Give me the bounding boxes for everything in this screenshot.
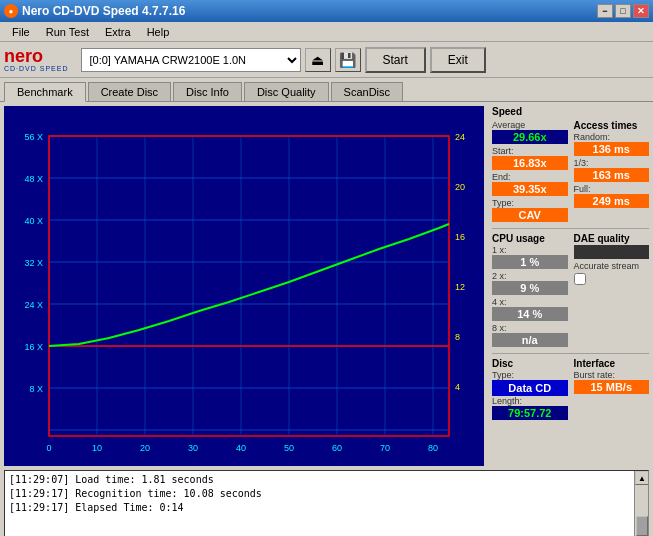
svg-text:16 X: 16 X — [24, 342, 43, 352]
titlebar-buttons: − □ ✕ — [597, 4, 649, 18]
exit-button[interactable]: Exit — [430, 47, 486, 73]
access-random-value: 136 ms — [574, 142, 650, 156]
right-panel: Speed Average 29.66x Start: 16.83x End: … — [488, 102, 653, 470]
scroll-up-button[interactable]: ▲ — [635, 471, 649, 485]
svg-text:20: 20 — [140, 443, 150, 453]
app-logo: nero CD·DVD SPEED — [4, 47, 69, 72]
cpu-x4-value: 14 % — [492, 307, 568, 321]
tab-scan-disc[interactable]: ScanDisc — [331, 82, 403, 101]
titlebar-title: Nero CD-DVD Speed 4.7.7.16 — [22, 4, 185, 18]
svg-text:70: 70 — [380, 443, 390, 453]
svg-text:40: 40 — [236, 443, 246, 453]
access-times-title: Access times — [574, 120, 650, 131]
accurate-stream-row — [574, 273, 650, 285]
tab-create-disc[interactable]: Create Disc — [88, 82, 171, 101]
access-full-label: Full: — [574, 184, 650, 194]
tab-benchmark[interactable]: Benchmark — [4, 82, 86, 102]
svg-text:60: 60 — [332, 443, 342, 453]
start-button[interactable]: Start — [365, 47, 426, 73]
svg-text:56 X: 56 X — [24, 132, 43, 142]
divider-1 — [492, 228, 649, 229]
speed-end-label: End: — [492, 172, 568, 182]
save-button[interactable]: 💾 — [335, 48, 361, 72]
titlebar: ● Nero CD-DVD Speed 4.7.7.16 − □ ✕ — [0, 0, 653, 22]
cpu-x8-label: 8 x: — [492, 323, 568, 333]
cpu-x1-value: 1 % — [492, 255, 568, 269]
svg-text:32 X: 32 X — [24, 258, 43, 268]
chart-svg: 56 X 48 X 40 X 32 X 24 X 16 X 8 X 24 20 … — [4, 106, 484, 466]
disc-length-value: 79:57.72 — [492, 406, 568, 420]
svg-rect-0 — [19, 106, 469, 466]
tab-disc-info[interactable]: Disc Info — [173, 82, 242, 101]
minimize-button[interactable]: − — [597, 4, 613, 18]
svg-text:24 X: 24 X — [24, 300, 43, 310]
svg-text:10: 10 — [92, 443, 102, 453]
dae-value — [574, 245, 650, 259]
log-line-2: [11:29:17] Elapsed Time: 0:14 — [9, 501, 644, 515]
access-third-label: 1/3: — [574, 158, 650, 168]
tabs: Benchmark Create Disc Disc Info Disc Qua… — [0, 78, 653, 102]
svg-text:24: 24 — [455, 132, 465, 142]
disc-title: Disc — [492, 358, 568, 369]
speed-average-label: Average — [492, 120, 568, 130]
disc-type-value: Data CD — [492, 380, 568, 396]
drive-select[interactable]: [0:0] YAMAHA CRW2100E 1.0N — [81, 48, 301, 72]
logo-nero: nero — [4, 47, 43, 65]
scroll-thumb[interactable] — [636, 516, 648, 536]
speed-title: Speed — [492, 106, 649, 117]
access-full-value: 249 ms — [574, 194, 650, 208]
cpu-x1-label: 1 x: — [492, 245, 568, 255]
main-content: 56 X 48 X 40 X 32 X 24 X 16 X 8 X 24 20 … — [0, 102, 653, 470]
svg-text:30: 30 — [188, 443, 198, 453]
cpu-x4-label: 4 x: — [492, 297, 568, 307]
cpu-x2-label: 2 x: — [492, 271, 568, 281]
access-third-value: 163 ms — [574, 168, 650, 182]
log-line-1: [11:29:17] Recognition time: 10.08 secon… — [9, 487, 644, 501]
cpu-x8-value: n/a — [492, 333, 568, 347]
menu-help[interactable]: Help — [139, 24, 178, 40]
accurate-stream-checkbox[interactable] — [574, 273, 586, 285]
svg-text:20: 20 — [455, 182, 465, 192]
disc-type-label: Type: — [492, 370, 568, 380]
burst-value: 15 MB/s — [574, 380, 650, 394]
speed-start-label: Start: — [492, 146, 568, 156]
disc-length-label: Length: — [492, 396, 568, 406]
svg-text:4: 4 — [455, 382, 460, 392]
menubar: File Run Test Extra Help — [0, 22, 653, 42]
menu-file[interactable]: File — [4, 24, 38, 40]
dae-title: DAE quality — [574, 233, 650, 244]
close-button[interactable]: ✕ — [633, 4, 649, 18]
tab-disc-quality[interactable]: Disc Quality — [244, 82, 329, 101]
logo-sub: CD·DVD SPEED — [4, 65, 69, 72]
app-icon: ● — [4, 4, 18, 18]
svg-text:40 X: 40 X — [24, 216, 43, 226]
speed-end-value: 39.35x — [492, 182, 568, 196]
menu-extra[interactable]: Extra — [97, 24, 139, 40]
log-lines: [11:29:07] Load time: 1.81 seconds [11:2… — [5, 471, 648, 536]
log-scrollbar: ▲ ▼ — [634, 471, 648, 536]
toolbar: nero CD·DVD SPEED [0:0] YAMAHA CRW2100E … — [0, 42, 653, 78]
svg-text:50: 50 — [284, 443, 294, 453]
cpu-title: CPU usage — [492, 233, 568, 244]
svg-text:48 X: 48 X — [24, 174, 43, 184]
cpu-x2-value: 9 % — [492, 281, 568, 295]
svg-text:8: 8 — [455, 332, 460, 342]
svg-text:16: 16 — [455, 232, 465, 242]
accurate-stream-label: Accurate stream — [574, 261, 650, 271]
titlebar-left: ● Nero CD-DVD Speed 4.7.7.16 — [4, 4, 185, 18]
maximize-button[interactable]: □ — [615, 4, 631, 18]
chart-area: 56 X 48 X 40 X 32 X 24 X 16 X 8 X 24 20 … — [4, 106, 484, 466]
divider-2 — [492, 353, 649, 354]
speed-type-value: CAV — [492, 208, 568, 222]
svg-text:12: 12 — [455, 282, 465, 292]
interface-title: Interface — [574, 358, 650, 369]
svg-text:80: 80 — [428, 443, 438, 453]
speed-average-value: 29.66x — [492, 130, 568, 144]
menu-run-test[interactable]: Run Test — [38, 24, 97, 40]
log-container: [11:29:07] Load time: 1.81 seconds [11:2… — [4, 470, 649, 536]
svg-text:8 X: 8 X — [29, 384, 43, 394]
eject-button[interactable]: ⏏ — [305, 48, 331, 72]
svg-text:0: 0 — [46, 443, 51, 453]
speed-type-label: Type: — [492, 198, 568, 208]
log-line-0: [11:29:07] Load time: 1.81 seconds — [9, 473, 644, 487]
